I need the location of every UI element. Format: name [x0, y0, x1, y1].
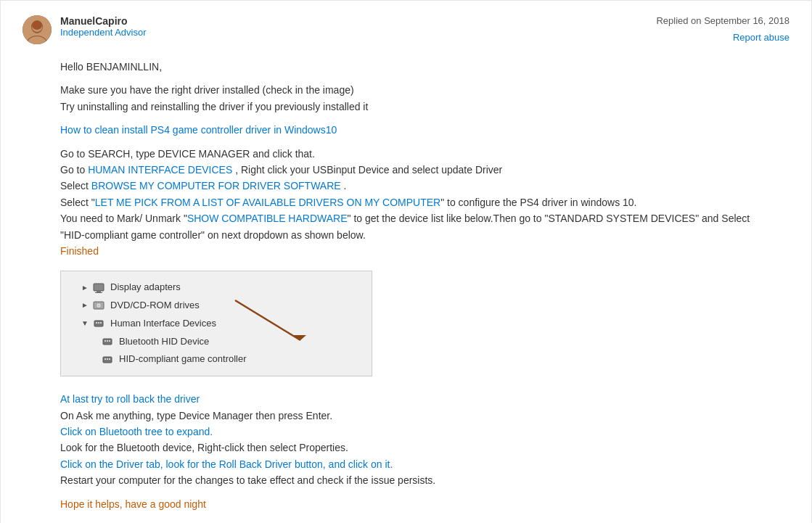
dm-row-display: ► Display adapters — [61, 279, 372, 297]
reply-container: ManuelCapiro Independent Advisor Replied… — [0, 0, 812, 523]
dm-row-hid-game: HID-compliant game controller — [61, 350, 372, 368]
para4-line6: Restart your computer for the changes to… — [60, 474, 435, 486]
greeting: Hello BENJAMINLLIN, — [60, 59, 790, 75]
bluetooth-device-icon — [102, 336, 113, 347]
report-abuse-link[interactable]: Report abuse — [733, 32, 790, 43]
expand-icon-dvd: ► — [81, 300, 89, 311]
para4-line1: At last try to roll back the driver — [60, 393, 200, 405]
svg-rect-15 — [100, 322, 102, 324]
svg-rect-23 — [109, 358, 110, 360]
svg-point-11 — [98, 305, 99, 306]
sign-off: Hope it helps, have a good night — [60, 496, 790, 512]
para3-line5b: "HID-compliant game controller" on next … — [60, 229, 366, 241]
expand-icon: ► — [81, 282, 89, 294]
para3-line2-post: , Right click your USBinput Device and s… — [232, 164, 502, 176]
para1-line1: Make sure you have the right driver inst… — [60, 84, 354, 96]
para1: Make sure you have the right driver inst… — [60, 82, 790, 115]
para4-line4: Look for the Bluetooth device, Right-cli… — [60, 442, 348, 453]
svg-rect-8 — [95, 292, 102, 293]
user-info: ManuelCapiro Independent Advisor — [22, 15, 147, 44]
dm-row-bluetooth: Bluetooth HID Device — [61, 333, 372, 351]
dm-hid-game-label: HID-compliant game controller — [119, 352, 247, 367]
para1-line2: Try uninstalling and reinstalling the dr… — [60, 101, 368, 112]
reply-date: Replied on September 16, 2018 — [656, 15, 790, 26]
para3-line3-link: BROWSE MY COMPUTER FOR DRIVER SOFTWARE — [91, 180, 341, 192]
dm-bluetooth-label: Bluetooth HID Device — [119, 334, 209, 350]
user-details: ManuelCapiro Independent Advisor — [60, 15, 147, 38]
reply-header: ManuelCapiro Independent Advisor Replied… — [22, 15, 790, 44]
user-role: Independent Advisor — [60, 27, 147, 38]
svg-point-4 — [32, 21, 42, 30]
para4-line3: Click on Bluetooth tree to expand. — [60, 426, 213, 437]
username: ManuelCapiro — [60, 15, 147, 27]
display-adapters-icon — [93, 282, 104, 294]
para3-line3-post: . — [341, 180, 347, 192]
device-manager-screenshot: ► Display adapters ► DVD/CD-ROM drives — [60, 271, 372, 376]
para4-line2: On Ask me anything, type Device Manager … — [60, 410, 332, 421]
para2-text: How to clean install PS4 game controller… — [60, 124, 337, 136]
svg-rect-6 — [94, 284, 104, 291]
para2: How to clean install PS4 game controller… — [60, 122, 790, 138]
dm-hid-label: Human Interface Devices — [110, 316, 216, 331]
para4: At last try to roll back the driver On A… — [60, 391, 790, 488]
para3: Go to SEARCH, type DEVICE MANAGER and cl… — [60, 146, 790, 260]
svg-rect-17 — [104, 340, 106, 342]
arrow-pointer — [228, 293, 315, 344]
svg-line-24 — [235, 300, 300, 340]
hid-icon — [93, 318, 104, 329]
svg-rect-19 — [109, 340, 110, 342]
para3-line4-link: LET ME PICK FROM A LIST OF AVAILABLE DRI… — [95, 197, 440, 208]
reply-meta: Replied on September 16, 2018 Report abu… — [656, 15, 790, 43]
dvd-icon — [93, 300, 104, 311]
svg-rect-21 — [104, 358, 106, 360]
dm-row-hid: ▼ Human Interface Devices — [61, 315, 372, 333]
para3-line4-pre: Select " — [60, 197, 95, 208]
para3-line4-post: " to configure the PS4 driver in windows… — [440, 197, 636, 208]
para3-line5-link: SHOW COMPATIBLE HARDWARE — [187, 213, 348, 224]
avatar — [22, 15, 52, 44]
para4-line5: Click on the Driver tab, look for the Ro… — [60, 458, 393, 470]
para3-line2-pre: Go to — [60, 164, 88, 176]
dm-dvd-label: DVD/CD-ROM drives — [110, 298, 200, 313]
para3-line5-post: " to get the device list like below.Then… — [348, 213, 750, 224]
svg-rect-14 — [98, 322, 99, 324]
svg-rect-22 — [107, 358, 108, 360]
svg-rect-7 — [97, 291, 101, 292]
dm-display-label: Display adapters — [110, 280, 181, 295]
para3-line1: Go to SEARCH, type DEVICE MANAGER and cl… — [60, 148, 315, 160]
reply-body: Hello BENJAMINLLIN, Make sure you have t… — [60, 59, 790, 512]
svg-rect-18 — [107, 340, 108, 342]
para3-line5-pre: You need to Mark/ Unmark " — [60, 213, 187, 224]
dm-row-dvd: ► DVD/CD-ROM drives — [61, 297, 372, 315]
para3-line2-link: HUMAN INTERFACE DEVICES — [88, 164, 232, 176]
hid-game-icon — [102, 354, 113, 366]
sign-off-text: Hope it helps, have a good night — [60, 498, 206, 510]
para3-line3-pre: Select — [60, 180, 91, 192]
expand-icon-hid: ▼ — [81, 318, 89, 329]
svg-rect-13 — [96, 322, 97, 324]
para3-line6: Finished — [60, 245, 99, 257]
